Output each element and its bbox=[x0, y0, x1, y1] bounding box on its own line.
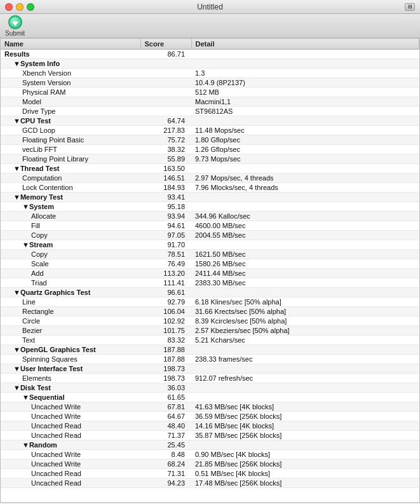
row-name: Rectangle bbox=[1, 307, 140, 317]
table-row: Rectangle106.0431.66 Krects/sec [50% alp… bbox=[1, 307, 419, 317]
row-detail bbox=[191, 50, 419, 59]
row-detail bbox=[191, 202, 419, 212]
row-score: 187.88 bbox=[140, 355, 191, 364]
table-row: Uncached Read71.3735.87 MB/sec [256K blo… bbox=[1, 431, 419, 440]
window-controls[interactable] bbox=[5, 3, 34, 11]
row-name: Copy bbox=[1, 250, 140, 259]
table-row: Scale76.491580.26 MB/sec bbox=[1, 259, 419, 269]
row-name: ▼Memory Test bbox=[1, 193, 140, 202]
row-score bbox=[140, 59, 191, 69]
row-name: Floating Point Basic bbox=[1, 135, 140, 145]
row-score: 101.75 bbox=[140, 326, 191, 336]
row-name: ▼Quartz Graphics Test bbox=[1, 288, 140, 297]
row-score bbox=[140, 107, 191, 116]
zoom-button[interactable]: ⊟ bbox=[405, 3, 415, 11]
row-score: 94.23 bbox=[140, 479, 191, 488]
row-detail bbox=[191, 164, 419, 174]
row-name: Line bbox=[1, 297, 140, 307]
row-name: GCD Loop bbox=[1, 126, 140, 135]
table-row: Uncached Read94.2317.48 MB/sec [256K blo… bbox=[1, 479, 419, 488]
row-name: Allocate bbox=[1, 212, 140, 221]
row-name: Fill bbox=[1, 221, 140, 231]
row-score: 71.37 bbox=[140, 431, 191, 440]
row-detail: Macmini1,1 bbox=[191, 97, 419, 107]
row-detail: 2.57 Kbeziers/sec [50% alpha] bbox=[191, 326, 419, 336]
table-row: Line92.796.18 Klines/sec [50% alpha] bbox=[1, 297, 419, 307]
close-button[interactable] bbox=[5, 3, 13, 11]
row-detail: 1.80 Gflop/sec bbox=[191, 135, 419, 145]
row-name: ▼Random bbox=[1, 440, 140, 450]
row-name: Computation bbox=[1, 174, 140, 183]
table-row: Computation146.512.97 Mops/sec, 4 thread… bbox=[1, 174, 419, 183]
row-name: ▼OpenGL Graphics Test bbox=[1, 345, 140, 355]
row-name: Uncached Read bbox=[1, 469, 140, 479]
submit-label: Submit bbox=[5, 30, 25, 37]
row-name: Uncached Read bbox=[1, 479, 140, 488]
row-name: Drive Type bbox=[1, 107, 140, 116]
row-name: Floating Point Library bbox=[1, 154, 140, 164]
row-name: Model bbox=[1, 97, 140, 107]
row-detail: 8.39 Kcircles/sec [50% alpha] bbox=[191, 317, 419, 326]
row-score bbox=[140, 69, 191, 78]
table-row: Uncached Write67.8141.63 MB/sec [4K bloc… bbox=[1, 402, 419, 412]
row-detail: 2.97 Mops/sec, 4 threads bbox=[191, 174, 419, 183]
row-name: Add bbox=[1, 269, 140, 278]
row-name: Lock Contention bbox=[1, 183, 140, 193]
row-detail bbox=[191, 59, 419, 69]
col-header-name: Name bbox=[1, 39, 140, 50]
row-detail: ST96812AS bbox=[191, 107, 419, 116]
row-name: ▼CPU Test bbox=[1, 116, 140, 126]
table-row: Triad111.412383.30 MB/sec bbox=[1, 278, 419, 288]
table-row: Drive TypeST96812AS bbox=[1, 107, 419, 116]
row-detail: 1.3 bbox=[191, 69, 419, 78]
row-detail: 0.90 MB/sec [4K blocks] bbox=[191, 450, 419, 460]
table-row: GCD Loop217.8311.48 Mops/sec bbox=[1, 126, 419, 135]
row-detail: 11.48 Mops/sec bbox=[191, 126, 419, 135]
table-row: Uncached Write68.2421.85 MB/sec [256K bl… bbox=[1, 460, 419, 469]
table-row: Copy78.511621.50 MB/sec bbox=[1, 250, 419, 259]
row-score: 78.51 bbox=[140, 250, 191, 259]
row-detail: 10.4.9 (8P2137) bbox=[191, 78, 419, 88]
row-detail: 14.16 MB/sec [4K blocks] bbox=[191, 421, 419, 431]
submit-button[interactable]: Submit bbox=[5, 15, 25, 37]
table-row: ▼Quartz Graphics Test96.61 bbox=[1, 288, 419, 297]
table-row: ▼Memory Test93.41 bbox=[1, 193, 419, 202]
row-detail: 5.21 Kchars/sec bbox=[191, 336, 419, 345]
row-score: 71.31 bbox=[140, 469, 191, 479]
row-score: 106.04 bbox=[140, 307, 191, 317]
row-score bbox=[140, 88, 191, 97]
row-detail: 912.07 refresh/sec bbox=[191, 374, 419, 383]
row-detail: 4600.00 MB/sec bbox=[191, 221, 419, 231]
maximize-button[interactable] bbox=[27, 3, 34, 11]
table-header-row: Name Score Detail bbox=[1, 39, 419, 50]
row-detail: 31.66 Krects/sec [50% alpha] bbox=[191, 307, 419, 317]
table-row: Physical RAM512 MB bbox=[1, 88, 419, 97]
table-row: Text83.325.21 Kchars/sec bbox=[1, 336, 419, 345]
table-row: Results86.71 bbox=[1, 50, 419, 59]
minimize-button[interactable] bbox=[16, 3, 24, 11]
table-row: Xbench Version1.3 bbox=[1, 69, 419, 78]
row-name: Uncached Write bbox=[1, 450, 140, 460]
submit-icon bbox=[8, 15, 22, 29]
row-score: 83.32 bbox=[140, 336, 191, 345]
row-detail: 2004.55 MB/sec bbox=[191, 231, 419, 240]
row-score: 187.88 bbox=[140, 345, 191, 355]
row-detail bbox=[191, 383, 419, 393]
row-detail: 35.87 MB/sec [256K blocks] bbox=[191, 431, 419, 440]
row-name: Uncached Read bbox=[1, 421, 140, 431]
table-row: Uncached Write64.6736.59 MB/sec [256K bl… bbox=[1, 412, 419, 421]
row-score: 61.65 bbox=[140, 393, 191, 402]
row-score: 75.72 bbox=[140, 135, 191, 145]
row-score: 95.18 bbox=[140, 202, 191, 212]
table-row: Spinning Squares187.88238.33 frames/sec bbox=[1, 355, 419, 364]
row-detail bbox=[191, 240, 419, 250]
row-detail: 36.59 MB/sec [256K blocks] bbox=[191, 412, 419, 421]
table-row: ▼System95.18 bbox=[1, 202, 419, 212]
row-score: 113.20 bbox=[140, 269, 191, 278]
row-score: 38.32 bbox=[140, 145, 191, 154]
row-name: ▼User Interface Test bbox=[1, 364, 140, 374]
row-name: Xbench Version bbox=[1, 69, 140, 78]
row-score: 68.24 bbox=[140, 460, 191, 469]
row-score: 94.61 bbox=[140, 221, 191, 231]
table-row: Uncached Read48.4014.16 MB/sec [4K block… bbox=[1, 421, 419, 431]
